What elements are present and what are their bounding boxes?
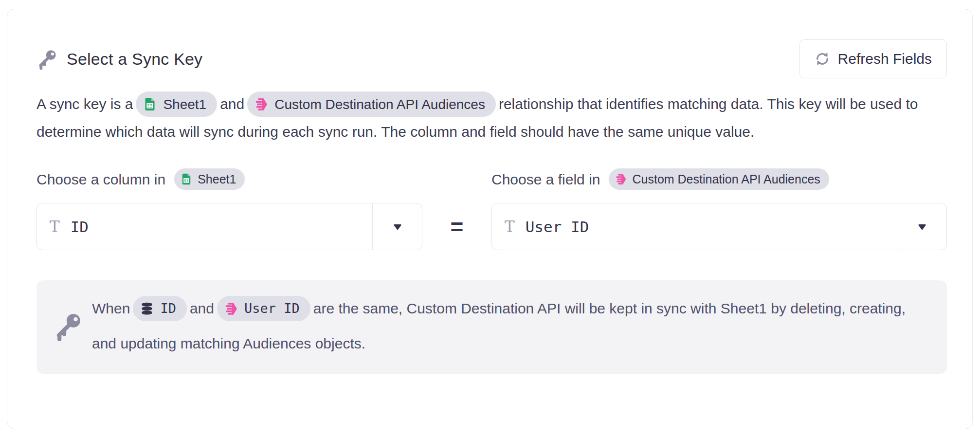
field-destination-badge-label: Custom Destination API Audiences <box>632 172 820 186</box>
sync-summary-box: WhenIDandUser IDare the same, Custom Des… <box>36 280 947 374</box>
field-select-chevron-button[interactable] <box>897 203 946 250</box>
field-picker: Choose a field in Custom Destination API… <box>491 169 947 250</box>
key-icon <box>53 311 83 341</box>
refresh-icon <box>815 51 830 67</box>
column-select[interactable]: T ID <box>36 203 422 250</box>
field-select[interactable]: T User ID <box>491 203 947 250</box>
summary-field-badge-label: User ID <box>244 291 300 326</box>
field-label-text: Choose a field in <box>491 171 600 188</box>
page-title: Select a Sync Key <box>67 50 202 69</box>
column-source-badge: Sheet1 <box>174 168 245 190</box>
card-header: Select a Sync Key Refresh Fields <box>36 39 947 78</box>
field-select-value-area[interactable]: T User ID <box>492 203 897 250</box>
custom-destination-arrow-icon <box>254 97 269 111</box>
summary-and: and <box>190 300 214 316</box>
text-type-icon: T <box>505 219 515 234</box>
custom-destination-arrow-icon <box>224 301 238 316</box>
sync-key-description: A sync key is aSheet1andCustom Destinati… <box>36 90 942 146</box>
custom-destination-arrow-icon <box>615 173 627 185</box>
refresh-fields-button[interactable]: Refresh Fields <box>799 39 947 78</box>
summary-field-badge: User ID <box>217 296 310 321</box>
description-part1: A sync key is a <box>36 96 133 112</box>
text-type-icon: T <box>50 219 60 234</box>
destination-badge: Custom Destination API Audiences <box>247 91 496 117</box>
google-sheets-icon <box>180 173 193 185</box>
column-picker-label: Choose a column in Sheet1 <box>36 169 422 190</box>
key-icon <box>36 48 58 70</box>
description-and: and <box>220 96 244 112</box>
field-picker-label: Choose a field in Custom Destination API… <box>491 169 947 190</box>
source-badge: Sheet1 <box>136 91 217 117</box>
chevron-down-icon <box>391 220 404 233</box>
column-select-value-area[interactable]: T ID <box>37 203 372 250</box>
column-label-text: Choose a column in <box>36 171 165 188</box>
field-select-value: User ID <box>526 218 589 236</box>
column-select-chevron-button[interactable] <box>372 203 422 250</box>
destination-badge-label: Custom Destination API Audiences <box>274 91 485 118</box>
source-badge-label: Sheet1 <box>163 91 206 118</box>
sync-key-mapping-row: Choose a column in Sheet1 T ID = <box>36 169 947 250</box>
summary-column-badge-label: ID <box>160 291 176 326</box>
sync-key-card: Select a Sync Key Refresh Fields A sync … <box>7 9 973 429</box>
sync-summary-text: WhenIDandUser IDare the same, Custom Des… <box>92 291 926 361</box>
column-source-badge-label: Sheet1 <box>198 172 236 186</box>
chevron-down-icon <box>916 220 928 233</box>
refresh-fields-label: Refresh Fields <box>838 51 932 67</box>
column-picker: Choose a column in Sheet1 T ID <box>36 169 422 250</box>
column-select-value: ID <box>71 218 89 236</box>
google-sheets-icon <box>143 97 157 111</box>
summary-column-badge: ID <box>133 296 187 321</box>
summary-when: When <box>92 300 130 316</box>
database-icon <box>140 301 154 316</box>
equals-sign: = <box>422 214 491 240</box>
field-destination-badge: Custom Destination API Audiences <box>609 168 829 190</box>
